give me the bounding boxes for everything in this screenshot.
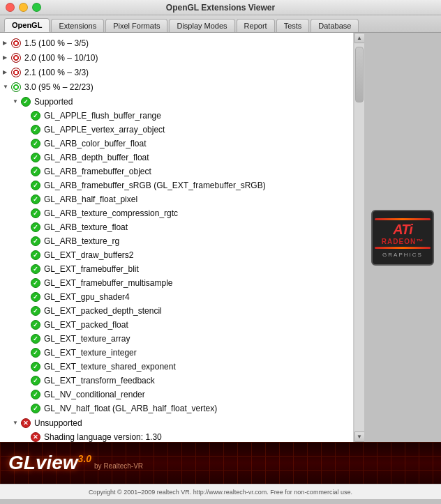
tab-database[interactable]: Database: [311, 19, 359, 32]
tree-icon-green: [31, 390, 40, 399]
scroll-down-button[interactable]: ▼: [354, 432, 365, 442]
window-controls: [6, 3, 41, 12]
tree-icon-red: [31, 432, 40, 442]
tree-item[interactable]: GL_ARB_texture_rg: [0, 234, 353, 248]
tree-icon-green: [31, 348, 40, 358]
bottom-banner: GLview3.0 by Realtech-VR: [0, 442, 441, 484]
tab-report[interactable]: Report: [237, 19, 275, 32]
tree-icon-target-green: [11, 82, 21, 92]
tree-item[interactable]: GL_EXT_texture_shared_exponent: [0, 360, 353, 374]
tree-arrow[interactable]: [13, 95, 21, 108]
tree-icon-green: [31, 222, 40, 232]
tree-item[interactable]: GL_EXT_texture_integer: [0, 346, 353, 360]
tree-item-label: GL_ARB_texture_compression_rgtc: [44, 207, 178, 220]
tree-item[interactable]: 3.0 (95 % – 22/23): [0, 79, 353, 94]
ati-swoosh: [375, 218, 431, 220]
tree-item[interactable]: GL_ARB_texture_float: [0, 220, 353, 234]
tree-item-label: GL_EXT_texture_array: [44, 333, 130, 345]
tree-arrow[interactable]: [3, 80, 11, 93]
tree-item-label: GL_EXT_packed_depth_stencil: [44, 305, 162, 317]
tree-item-label: GL_APPLE_flush_buffer_range: [44, 109, 161, 122]
tree-item[interactable]: GL_EXT_framebuffer_multisample: [0, 276, 353, 290]
tree-item-label: GL_NV_conditional_render: [44, 388, 145, 401]
tree-item[interactable]: GL_ARB_framebuffer_sRGB (GL_EXT_framebuf…: [0, 178, 353, 192]
title-bar: OpenGL Extensions Viewer: [0, 0, 441, 15]
tree-item-label: GL_ARB_half_float_pixel: [44, 193, 137, 206]
tree-item[interactable]: GL_EXT_transform_feedback: [0, 374, 353, 388]
tree-item[interactable]: GL_EXT_packed_float: [0, 318, 353, 332]
tree-item[interactable]: GL_EXT_texture_array: [0, 332, 353, 346]
tree-item-label: 3.0 (95 % – 22/23): [24, 81, 94, 93]
right-panel: ATi RADEON™ GRAPHICS: [364, 33, 441, 442]
tree-icon-green: [31, 167, 40, 176]
tree-icon-green: [31, 292, 40, 302]
tab-opengl[interactable]: OpenGL: [4, 18, 50, 32]
tree-item-label: GL_NV_half_float (GL_ARB_half_float_vert…: [44, 402, 217, 415]
tree-item[interactable]: GL_EXT_draw_buffers2: [0, 248, 353, 262]
glview-logo: GLview3.0: [8, 452, 91, 474]
tree-icon-green: [31, 236, 40, 246]
tree-arrow[interactable]: [3, 66, 11, 79]
tree-item-label: Shading language version: 1.30: [44, 431, 162, 442]
close-button[interactable]: [6, 3, 15, 12]
tree-icon-green: [31, 181, 40, 190]
tree-icon-green: [21, 97, 31, 107]
tree-item[interactable]: Unsupported: [0, 415, 353, 430]
maximize-button[interactable]: [32, 3, 41, 12]
tab-display-modes[interactable]: Display Modes: [169, 19, 234, 32]
ati-swoosh-2: [375, 247, 431, 249]
tree-item[interactable]: 2.0 (100 % – 10/10): [0, 50, 353, 65]
version-text: 3.0: [78, 453, 91, 464]
scrollbar[interactable]: ▲ ▼: [354, 33, 364, 442]
tree-icon-target: [11, 53, 21, 63]
tree-item[interactable]: Supported: [0, 94, 353, 109]
tree-icon-green: [31, 111, 40, 121]
tree-arrow[interactable]: [13, 416, 21, 429]
tree-item-label: Supported: [34, 96, 73, 108]
tree-item[interactable]: 2.1 (100 % – 3/3): [0, 65, 353, 79]
window-title: OpenGL Extensions Viewer: [166, 3, 275, 13]
copyright-bar: Copyright © 2001–2009 realtech VR. http:…: [0, 484, 441, 499]
tab-extensions[interactable]: Extensions: [51, 19, 104, 32]
tree-icon-red: [21, 418, 31, 428]
tree-item[interactable]: GL_EXT_packed_depth_stencil: [0, 304, 353, 318]
tree-item-label: GL_ARB_texture_rg: [44, 235, 119, 247]
tree-item-label: GL_EXT_draw_buffers2: [44, 249, 134, 261]
minimize-button[interactable]: [19, 3, 28, 12]
tree-item[interactable]: GL_ARB_color_buffer_float: [0, 137, 353, 151]
tree-icon-green: [31, 208, 40, 218]
scroll-thumb[interactable]: [355, 47, 364, 102]
tree-item[interactable]: GL_NV_conditional_render: [0, 388, 353, 402]
ati-graphics-label: GRAPHICS: [382, 252, 423, 258]
tree-item[interactable]: GL_ARB_depth_buffer_float: [0, 151, 353, 165]
tree-icon-green: [31, 306, 40, 316]
tab-pixel-formats[interactable]: Pixel Formats: [105, 19, 167, 32]
tree-item-label: GL_EXT_framebuffer_blit: [44, 263, 139, 275]
tree-panel[interactable]: 1.5 (100 % – 3/5)2.0 (100 % – 10/10)2.1 …: [0, 33, 354, 442]
tree-icon-green: [31, 334, 40, 344]
tree-arrow[interactable]: [3, 51, 11, 64]
scroll-track[interactable]: [354, 43, 364, 432]
tree-item[interactable]: GL_EXT_framebuffer_blit: [0, 262, 353, 276]
tree-item[interactable]: GL_ARB_texture_compression_rgtc: [0, 206, 353, 220]
copyright-text: Copyright © 2001–2009 realtech VR. http:…: [89, 489, 352, 496]
scroll-up-button[interactable]: ▲: [354, 33, 365, 43]
tree-item-label: GL_EXT_packed_float: [44, 319, 128, 331]
tree-item[interactable]: GL_NV_half_float (GL_ARB_half_float_vert…: [0, 402, 353, 415]
tree-icon-green: [31, 194, 40, 204]
tree-item[interactable]: GL_APPLE_vertex_array_object: [0, 123, 353, 137]
tree-icon-target: [11, 38, 21, 48]
tree-item[interactable]: Shading language version: 1.30: [0, 430, 353, 442]
tree-item[interactable]: 1.5 (100 % – 3/5): [0, 36, 353, 50]
tab-tests[interactable]: Tests: [276, 19, 310, 32]
tree-item-label: GL_ARB_depth_buffer_float: [44, 151, 149, 164]
tree-icon-green: [31, 264, 40, 274]
tree-item[interactable]: GL_APPLE_flush_buffer_range: [0, 109, 353, 123]
tree-item[interactable]: GL_ARB_half_float_pixel: [0, 192, 353, 206]
tree-arrow[interactable]: [3, 36, 11, 49]
tree-item[interactable]: GL_EXT_gpu_shader4: [0, 290, 353, 304]
tree-item[interactable]: GL_ARB_framebuffer_object: [0, 165, 353, 178]
tree-item-label: GL_ARB_framebuffer_object: [44, 165, 151, 178]
tree-icon-target: [11, 68, 21, 77]
tree-item-label: GL_ARB_texture_float: [44, 221, 128, 234]
